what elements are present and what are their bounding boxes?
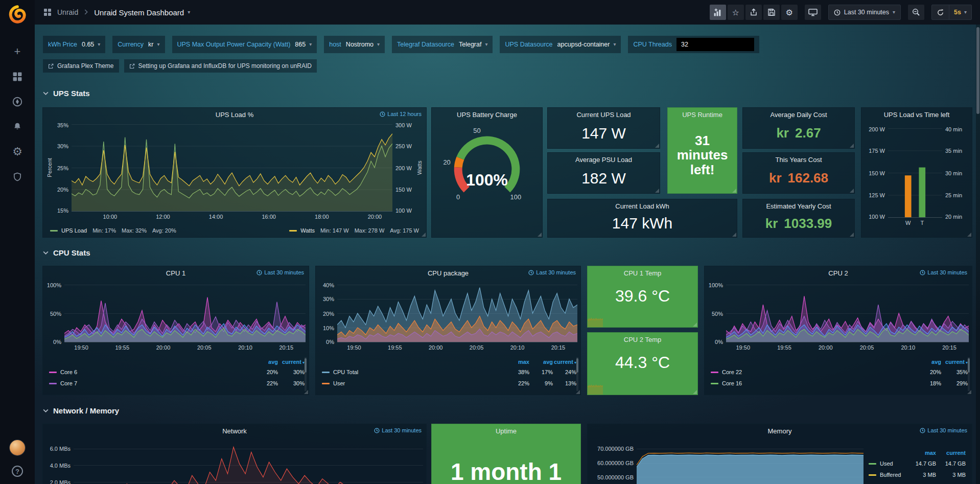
x-tick-label: 20:10 [238, 344, 252, 351]
legend-row[interactable]: Core 6 20% 30% [49, 366, 305, 378]
caret-down-icon: ▾ [157, 42, 159, 47]
legend-scrollbar[interactable] [305, 357, 307, 391]
legend-scrollbar[interactable] [968, 357, 970, 391]
y-tick-label: 40% [323, 282, 334, 288]
panel-title[interactable]: UPS Load % [43, 108, 426, 121]
plot-area[interactable]: 19:50 19:55 20:00 20:05 20:10 20:15 [64, 285, 306, 342]
legend-header-avg[interactable]: avg [915, 359, 941, 365]
refresh-button[interactable] [932, 5, 949, 19]
panel-title[interactable]: Current Load kWh [548, 199, 737, 213]
panel-title[interactable]: This Years Cost [743, 153, 854, 166]
panel-title[interactable]: UPS Battery Charge [432, 108, 542, 121]
legend-row[interactable]: Core 16 18% 29% [711, 378, 968, 389]
y-axis-ticks: 40% 30% 20% 10% 0% [319, 285, 337, 342]
cycle-view-mode-button[interactable] [805, 5, 821, 20]
legend-scrollbar[interactable] [576, 357, 578, 391]
y-tick-label: 60.000000 GB [597, 460, 634, 466]
caret-down-icon: ▾ [377, 42, 380, 47]
save-button[interactable] [763, 5, 780, 20]
variable-host[interactable]: host Nostromo▾ [324, 36, 385, 53]
legend-row[interactable]: Used 14.7 GB 14.7 GB [869, 458, 966, 469]
help-icon[interactable]: ? [12, 466, 23, 477]
link-grafana-plex-theme[interactable]: Grafana Plex Theme [43, 59, 119, 73]
breadcrumb-folder[interactable]: Unraid [57, 8, 78, 16]
refresh-interval-dropdown[interactable]: 5s ▾ [949, 5, 971, 19]
legend-header-avg[interactable]: avg [529, 359, 553, 365]
series-color-dash [49, 383, 57, 384]
external-link-icon [129, 63, 135, 69]
plot-area[interactable]: 19:50 19:55 20:00 20:05 20:10 20:15 [337, 285, 577, 342]
alerting-bell-icon[interactable] [12, 121, 23, 132]
time-range-picker[interactable]: Last 30 minutes ▾ [828, 5, 901, 20]
legend-header-current[interactable]: current▾ [553, 359, 576, 365]
legend-header-avg[interactable]: avg [251, 359, 278, 365]
dashboard-grid-icon[interactable] [43, 7, 52, 18]
cpu-threads-input[interactable] [676, 38, 754, 51]
x-tick-label: 14:00 [209, 214, 223, 220]
legend-item[interactable]: Watts Min: 147 W Max: 278 W Avg: 175 W [289, 227, 419, 234]
x-tick-label: 10:00 [103, 214, 118, 220]
dashboard-settings-button[interactable]: ⚙ [781, 5, 798, 20]
legend-header-max[interactable]: max [906, 450, 936, 456]
row-header-ups-stats[interactable]: UPS Stats [43, 89, 90, 98]
link-ups-monitoring-guide[interactable]: Setting up Grafana and InfluxDB for UPS … [124, 59, 317, 73]
variable-telegraf-datasource[interactable]: Telegraf Datasource Telegraf▾ [392, 36, 493, 53]
caret-down-icon: ▾ [893, 10, 895, 15]
legend-header-current[interactable]: current▾ [278, 359, 305, 365]
legend-item[interactable]: UPS Load Min: 17% Max: 32% Avg: 20% [50, 227, 176, 234]
plot-area[interactable]: W T [888, 128, 942, 218]
vertical-scrollbar[interactable] [976, 25, 980, 484]
variable-ups-datasource[interactable]: UPS Datasource apcupsd-container▾ [500, 36, 621, 53]
plot-area[interactable]: 10:00 12:00 14:00 16:00 18:00 20:00 [72, 124, 392, 212]
variable-currency[interactable]: Currency kr▾ [112, 36, 165, 53]
star-button[interactable]: ☆ [728, 5, 744, 20]
panel-title[interactable]: CPU 2 Temp [588, 333, 697, 346]
panel-title[interactable]: UPS Load vs Time left [861, 108, 972, 121]
share-button[interactable] [745, 5, 762, 20]
panel-title[interactable]: Average Daily Cost [743, 108, 854, 121]
grafana-app: + ⚙ ? Unraid [0, 0, 980, 484]
variable-ups-max-output[interactable]: UPS Max Output Power Capacity (Watt) 865… [172, 36, 317, 53]
panel-title[interactable]: Network [43, 424, 426, 437]
y-tick-label: 50% [50, 311, 61, 317]
legend-row[interactable]: CPU Total 38% 17% 24% [322, 366, 576, 378]
panel-title[interactable]: Average PSU Load [548, 153, 660, 166]
plot-area[interactable] [637, 440, 864, 484]
create-plus-icon[interactable]: + [12, 46, 23, 57]
configuration-gear-icon[interactable]: ⚙ [12, 146, 23, 157]
panel-title[interactable]: CPU 1 Temp [588, 266, 697, 280]
page-title[interactable]: Unraid System Dashboard ▾ [94, 8, 190, 17]
scrollbar-thumb[interactable] [976, 27, 979, 114]
variable-kwh-price[interactable]: kWh Price 0.65▾ [43, 36, 105, 53]
series-color-dash [322, 383, 330, 384]
explore-compass-icon[interactable] [12, 96, 23, 107]
legend-row[interactable]: Core 22 20% 35% [711, 366, 968, 378]
panel-title[interactable]: Uptime [432, 424, 580, 437]
stat-value: 147 W [548, 121, 660, 148]
server-admin-shield-icon[interactable] [12, 171, 23, 182]
panel-time-override: Last 30 minutes [920, 427, 967, 433]
legend-row[interactable]: Core 7 22% 30% [49, 378, 305, 389]
grafana-logo-icon[interactable] [7, 4, 28, 25]
series-color-dash [49, 372, 57, 373]
plot-area[interactable] [74, 440, 423, 484]
row-header-cpu-stats[interactable]: CPU Stats [43, 248, 90, 257]
dashboards-icon[interactable] [12, 71, 23, 82]
plot-area[interactable]: 19:50 19:55 20:00 20:05 20:10 20:15 [726, 285, 969, 342]
user-avatar[interactable] [10, 440, 25, 455]
panel-title[interactable]: Memory [588, 424, 972, 437]
series-color-dash [869, 474, 876, 476]
row-header-network-memory[interactable]: Network / Memory [43, 406, 119, 415]
zoom-out-button[interactable] [908, 5, 924, 20]
panel-title[interactable]: Current UPS Load [548, 108, 660, 121]
legend-header-max[interactable]: max [506, 359, 529, 365]
panel-title[interactable]: UPS Runtime [668, 108, 737, 121]
legend-header-current[interactable]: current▾ [941, 359, 968, 365]
legend-row[interactable]: User 22% 9% 13% [322, 378, 576, 389]
legend-row[interactable]: Buffered 3 MB 3 MB [869, 469, 966, 480]
series-color-dash [322, 372, 330, 373]
legend-header-current[interactable]: current [936, 450, 966, 456]
y-tick-label: 50.000000 GB [597, 474, 634, 480]
panel-title[interactable]: Estimated Yearly Cost [743, 199, 854, 213]
add-panel-button[interactable] [710, 5, 726, 20]
